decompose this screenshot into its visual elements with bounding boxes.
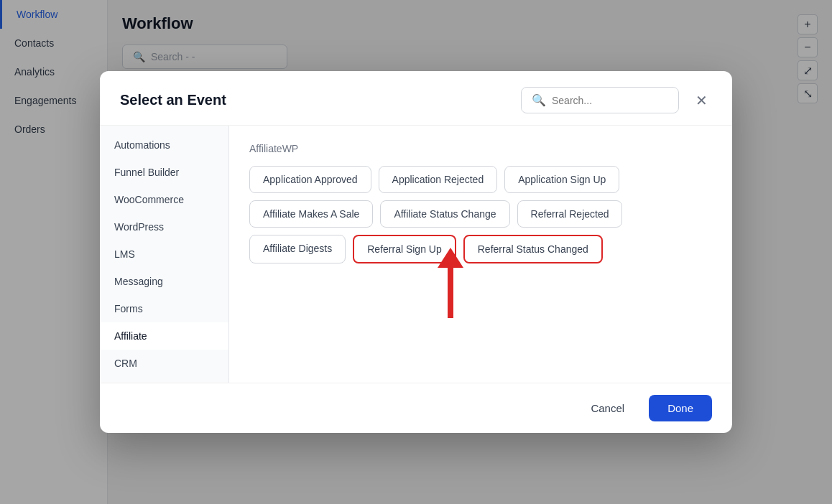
modal-header: Select an Event 🔍 ✕	[100, 71, 732, 126]
category-item-wordpress[interactable]: WordPress	[100, 213, 228, 241]
modal-close-button[interactable]: ✕	[690, 90, 712, 111]
events-row-1: Application Approved Application Rejecte…	[249, 166, 712, 193]
category-item-messaging[interactable]: Messaging	[100, 268, 228, 295]
event-chip-referral-rejected[interactable]: Referral Rejected	[517, 200, 623, 228]
cancel-button[interactable]: Cancel	[575, 395, 640, 421]
category-item-lms[interactable]: LMS	[100, 241, 228, 268]
category-list: Automations Funnel Builder WooCommerce W…	[100, 126, 229, 383]
modal-search-input[interactable]	[552, 95, 668, 106]
category-item-crm[interactable]: CRM	[100, 350, 228, 377]
event-chip-referral-signup[interactable]: Referral Sign Up	[353, 235, 456, 263]
category-item-automations[interactable]: Automations	[100, 131, 228, 159]
select-event-modal: Select an Event 🔍 ✕ Automations Funnel B…	[100, 71, 732, 433]
event-chip-affiliate-digests[interactable]: Affiliate Digests	[249, 235, 346, 263]
events-section-title: AffiliateWP	[249, 143, 712, 154]
modal-overlay: Select an Event 🔍 ✕ Automations Funnel B…	[0, 0, 832, 504]
event-chip-application-signup[interactable]: Application Sign Up	[504, 166, 619, 193]
event-chip-application-rejected[interactable]: Application Rejected	[379, 166, 498, 193]
done-button[interactable]: Done	[649, 395, 712, 421]
modal-footer: Cancel Done	[100, 383, 732, 433]
modal-body: Automations Funnel Builder WooCommerce W…	[100, 126, 732, 383]
arrow-shaft	[448, 268, 453, 318]
modal-search-box[interactable]: 🔍	[521, 87, 679, 113]
search-icon: 🔍	[532, 93, 546, 107]
event-chip-affiliate-makes-sale[interactable]: Affiliate Makes A Sale	[249, 200, 373, 228]
events-panel: AffiliateWP Application Approved Applica…	[229, 126, 732, 383]
event-chip-referral-status-changed[interactable]: Referral Status Changed	[463, 235, 603, 263]
category-item-forms[interactable]: Forms	[100, 295, 228, 322]
events-row-2: Affiliate Makes A Sale Affiliate Status …	[249, 200, 712, 228]
category-item-woocommerce[interactable]: WooCommerce	[100, 186, 228, 213]
event-chip-affiliate-status-change[interactable]: Affiliate Status Change	[380, 200, 509, 228]
category-item-funnel-builder[interactable]: Funnel Builder	[100, 159, 228, 186]
events-row-3: Affiliate Digests Referral Sign Up Refer…	[249, 235, 712, 263]
modal-header-right: 🔍 ✕	[521, 87, 712, 113]
category-item-affiliate[interactable]: Affiliate	[100, 322, 228, 350]
modal-title: Select an Event	[120, 92, 226, 108]
event-chip-application-approved[interactable]: Application Approved	[249, 166, 371, 193]
